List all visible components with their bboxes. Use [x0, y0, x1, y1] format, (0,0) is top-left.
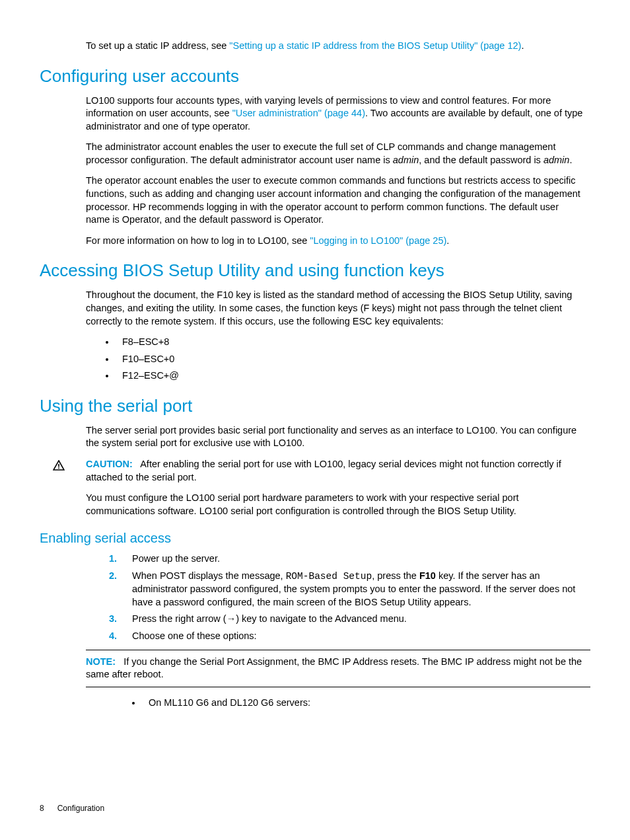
caution-block: CAUTION: After enabling the serial port …: [53, 458, 584, 484]
intro-paragraph: To set up a static IP address, see "Sett…: [86, 40, 584, 53]
paragraph: LO100 supports four accounts types, with…: [86, 95, 584, 134]
caution-label: CAUTION:: [86, 459, 133, 469]
heading-accessing-bios: Accessing BIOS Setup Utility and using f…: [40, 259, 590, 282]
list-item: F10–ESC+0: [116, 353, 590, 366]
text: For more information on how to log in to…: [86, 235, 310, 246]
sub-list: On ML110 G6 and DL120 G6 servers:: [40, 697, 590, 710]
text: , and the default password is: [419, 155, 543, 165]
italic-text: admin: [393, 155, 419, 165]
text: If you change the Serial Port Assignment…: [86, 656, 582, 680]
paragraph: For more information on how to log in to…: [86, 235, 584, 248]
steps-list: Power up the server. When POST displays …: [40, 553, 590, 642]
step-item: When POST displays the message, ROM-Base…: [109, 570, 590, 609]
svg-rect-1: [58, 467, 59, 469]
list-item: F8–ESC+8: [116, 336, 590, 349]
italic-text: admin: [543, 155, 570, 165]
heading-using-serial-port: Using the serial port: [40, 395, 590, 418]
paragraph: The server serial port provides basic se…: [86, 424, 584, 450]
caution-icon: [53, 458, 86, 475]
list-item: On ML110 G6 and DL120 G6 servers:: [142, 697, 590, 710]
paragraph: Throughout the document, the F10 key is …: [86, 289, 584, 328]
list-item: F12–ESC+@: [116, 369, 590, 383]
link-logging-in[interactable]: "Logging in to LO100" (page 25): [310, 235, 446, 246]
step-item: Press the right arrow (→) key to navigat…: [109, 613, 590, 626]
note-block: NOTE: If you change the Serial Port Assi…: [86, 650, 590, 687]
text: .: [569, 155, 572, 165]
step-item: Power up the server.: [109, 553, 590, 566]
heading-configuring-user-accounts: Configuring user accounts: [40, 65, 590, 88]
step-item: Choose one of these options:: [109, 630, 590, 643]
monospace-text: ROM-Based Setup: [286, 571, 372, 582]
text: , press the: [372, 570, 419, 581]
text: .: [446, 235, 449, 246]
bold-text: F10: [419, 570, 436, 581]
esc-key-list: F8–ESC+8 F10–ESC+0 F12–ESC+@: [40, 336, 590, 383]
note-label: NOTE:: [86, 656, 116, 667]
paragraph: You must configure the LO100 serial port…: [86, 492, 584, 517]
text: After enabling the serial port for use w…: [86, 459, 561, 482]
caution-text: CAUTION: After enabling the serial port …: [86, 458, 584, 484]
link-user-administration[interactable]: "User administration" (page 44): [232, 108, 365, 118]
link-static-ip[interactable]: "Setting up a static IP address from the…: [229, 40, 521, 51]
text: To set up a static IP address, see: [86, 40, 229, 51]
heading-enabling-serial-access: Enabling serial access: [40, 529, 590, 547]
svg-rect-0: [58, 464, 59, 467]
paragraph: The operator account enables the user to…: [86, 174, 584, 226]
text: .: [521, 40, 524, 51]
text: When POST displays the message,: [132, 570, 286, 581]
paragraph: The administrator account enables the us…: [86, 141, 584, 167]
